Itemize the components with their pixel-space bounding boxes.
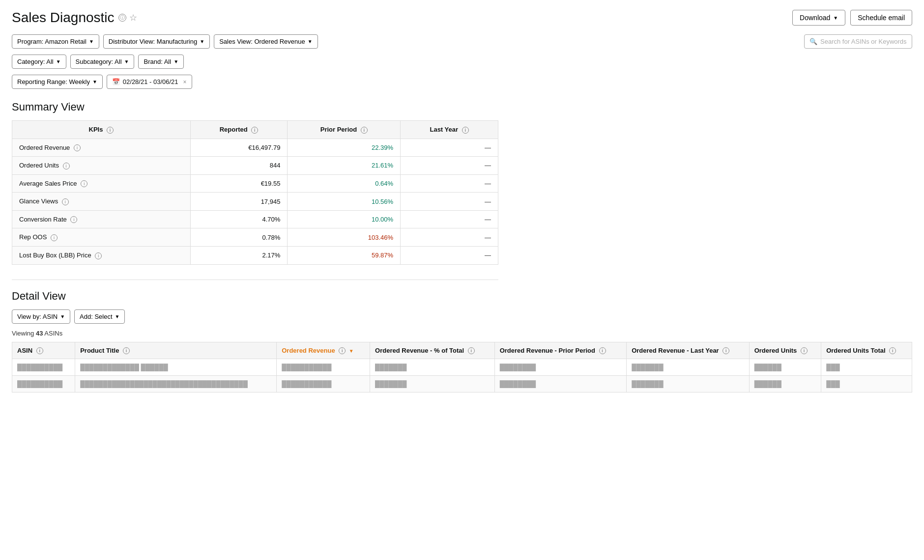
- summary-row-kpi: Ordered Revenue i: [12, 139, 191, 157]
- brand-filter[interactable]: Brand: All ▼: [138, 55, 184, 69]
- summary-row-last-year: —: [401, 157, 498, 175]
- detail-col-pct-total: Ordered Revenue - % of Total i: [370, 342, 495, 359]
- section-divider: [12, 280, 498, 280]
- summary-row-reported: 2.17%: [190, 246, 288, 264]
- detail-cell-prior: ████████: [494, 359, 627, 376]
- search-placeholder: Search for ASINs or Keywords: [820, 38, 907, 45]
- kpi-row-info-icon[interactable]: i: [63, 163, 70, 169]
- summary-col-last-year: Last Year i: [401, 121, 498, 139]
- summary-col-reported: Reported i: [190, 121, 288, 139]
- download-caret-icon: ▼: [833, 15, 838, 21]
- summary-table: KPIs i Reported i Prior Period i Last Ye…: [12, 120, 498, 265]
- detail-cell-pct: ███████: [370, 359, 495, 376]
- date-range-value: 02/28/21 - 03/06/21: [123, 78, 178, 85]
- distributor-view-filter[interactable]: Distributor View: Manufacturing ▼: [103, 34, 210, 49]
- reported-info-icon[interactable]: i: [251, 127, 258, 134]
- last-year-col-info-icon[interactable]: i: [722, 347, 729, 354]
- distributor-caret-icon: ▼: [200, 39, 204, 44]
- summary-row-last-year: —: [401, 139, 498, 157]
- detail-cell-units-total: ███: [821, 359, 912, 376]
- summary-row-reported: 0.78%: [190, 228, 288, 247]
- detail-col-product-title: Product Title i: [75, 342, 277, 359]
- summary-row-kpi: Average Sales Price i: [12, 174, 191, 193]
- detail-col-last-year: Ordered Revenue - Last Year i: [627, 342, 749, 359]
- kpi-row-info-icon[interactable]: i: [74, 144, 81, 151]
- brand-caret-icon: ▼: [173, 59, 178, 64]
- detail-col-units-total: Ordered Units Total i: [821, 342, 912, 359]
- star-icon[interactable]: ☆: [129, 12, 137, 23]
- summary-row-reported: €16,497.79: [190, 139, 288, 157]
- detail-cell-revenue: ███████████: [277, 376, 370, 392]
- ordered-units-info-icon[interactable]: i: [801, 347, 808, 354]
- sales-view-filter[interactable]: Sales View: Ordered Revenue ▼: [214, 34, 318, 49]
- detail-cell-prior: ████████: [494, 376, 627, 392]
- subcategory-filter[interactable]: Subcategory: All ▼: [70, 55, 135, 69]
- summary-row-kpi: Lost Buy Box (LBB) Price i: [12, 246, 191, 264]
- kpi-row-info-icon[interactable]: i: [62, 198, 69, 205]
- summary-row-prior-period: 21.61%: [288, 157, 401, 175]
- detail-cell-title: █████████████████████████████████████: [75, 376, 277, 392]
- summary-row-reported: 844: [190, 157, 288, 175]
- summary-row-last-year: —: [401, 193, 498, 211]
- reporting-range-filter[interactable]: Reporting Range: Weekly ▼: [12, 75, 103, 89]
- pct-total-info-icon[interactable]: i: [468, 347, 475, 354]
- detail-col-prior-period: Ordered Revenue - Prior Period i: [494, 342, 627, 359]
- category-filter[interactable]: Category: All ▼: [12, 55, 66, 69]
- detail-col-ordered-units: Ordered Units i: [749, 342, 821, 359]
- detail-col-ordered-revenue[interactable]: Ordered Revenue i ▼: [277, 342, 370, 359]
- detail-cell-revenue: ███████████: [277, 359, 370, 376]
- view-by-filter[interactable]: View by: ASIN ▼: [12, 309, 70, 324]
- detail-cell-asin: ██████████: [12, 376, 75, 392]
- search-box[interactable]: 🔍 Search for ASINs or Keywords: [804, 34, 912, 49]
- kpi-row-info-icon[interactable]: i: [81, 180, 87, 187]
- summary-row-prior-period: 22.39%: [288, 139, 401, 157]
- kpi-row-info-icon[interactable]: i: [70, 216, 77, 223]
- kpi-row-info-icon[interactable]: i: [95, 252, 102, 259]
- summary-row-prior-period: 59.87%: [288, 246, 401, 264]
- last-year-info-icon[interactable]: i: [462, 127, 469, 134]
- download-button[interactable]: Download ▼: [792, 10, 845, 26]
- info-icon[interactable]: ⓘ: [118, 14, 126, 22]
- add-select-filter[interactable]: Add: Select ▼: [74, 309, 125, 324]
- kpis-info-icon[interactable]: i: [107, 127, 114, 134]
- program-caret-icon: ▼: [89, 39, 94, 44]
- date-range-picker[interactable]: 📅 02/28/21 - 03/06/21 ×: [107, 75, 192, 89]
- detail-col-asin: ASIN i: [12, 342, 75, 359]
- summary-row-last-year: —: [401, 174, 498, 193]
- summary-row-kpi: Glance Views i: [12, 193, 191, 211]
- kpi-row-info-icon[interactable]: i: [51, 234, 58, 241]
- summary-row-last-year: —: [401, 210, 498, 228]
- detail-view-title: Detail View: [12, 290, 912, 303]
- asin-info-icon[interactable]: i: [36, 347, 43, 354]
- detail-cell-last-year: ███████: [627, 359, 749, 376]
- detail-table: ASIN i Product Title i Ordered Revenue i…: [12, 342, 912, 393]
- calendar-icon: 📅: [112, 78, 120, 85]
- summary-row-kpi: Conversion Rate i: [12, 210, 191, 228]
- summary-row-kpi: Rep OOS i: [12, 228, 191, 247]
- summary-col-prior-period: Prior Period i: [288, 121, 401, 139]
- summary-row-reported: €19.55: [190, 174, 288, 193]
- summary-row-last-year: —: [401, 246, 498, 264]
- ordered-revenue-info-icon[interactable]: i: [339, 347, 346, 354]
- page-title: Sales Diagnostic: [12, 10, 115, 26]
- detail-cell-units: ██████: [749, 376, 821, 392]
- prior-period-col-info-icon[interactable]: i: [599, 347, 606, 354]
- detail-cell-units-total: ███: [821, 376, 912, 392]
- schedule-email-button[interactable]: Schedule email: [850, 10, 912, 26]
- viewing-count-text: Viewing 43 ASINs: [12, 330, 912, 337]
- detail-cell-units: ██████: [749, 359, 821, 376]
- summary-row-reported: 4.70%: [190, 210, 288, 228]
- units-total-info-icon[interactable]: i: [889, 347, 896, 354]
- summary-row-reported: 17,945: [190, 193, 288, 211]
- summary-row-prior-period: 103.46%: [288, 228, 401, 247]
- date-range-close-icon[interactable]: ×: [183, 79, 187, 85]
- add-select-caret-icon: ▼: [115, 314, 120, 319]
- prior-period-info-icon[interactable]: i: [361, 127, 368, 134]
- detail-cell-last-year: ███████: [627, 376, 749, 392]
- program-filter[interactable]: Program: Amazon Retail ▼: [12, 34, 99, 49]
- category-caret-icon: ▼: [56, 59, 61, 64]
- summary-view-title: Summary View: [12, 101, 912, 113]
- product-title-info-icon[interactable]: i: [123, 347, 130, 354]
- sales-view-caret-icon: ▼: [308, 39, 313, 44]
- summary-row-prior-period: 0.64%: [288, 174, 401, 193]
